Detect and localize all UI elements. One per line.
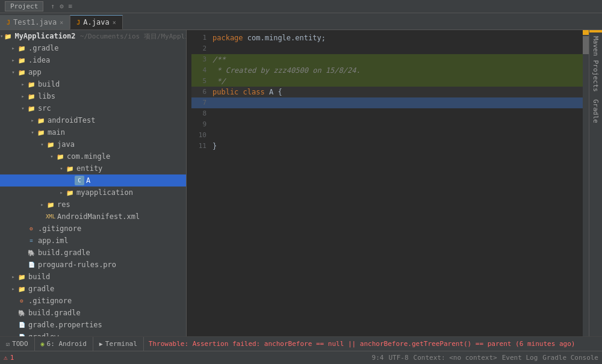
cursor-position: 9:4 <box>372 354 384 362</box>
label-entity: entity <box>76 164 102 173</box>
label-idea: .idea <box>28 56 50 64</box>
tree-item-build-app[interactable]: 📁 build <box>0 78 186 90</box>
line-content-2 <box>213 43 589 54</box>
tree-item-java[interactable]: 📁 java <box>0 138 186 150</box>
tree-item-gitignore-app[interactable]: ⚙ .gitignore <box>0 223 186 235</box>
tree-item-gradle-dir[interactable]: 📁 gradle <box>0 283 186 295</box>
tree-item-libs[interactable]: 📁 libs <box>0 90 186 102</box>
label-libs: libs <box>38 92 55 100</box>
code-line-5: 5 */ <box>191 76 589 87</box>
label-proguard: proguard-rules.pro <box>38 261 116 269</box>
line-content-1: package com.mingle.entity; <box>213 32 589 43</box>
status-right: 9:4 UTF-8 Context: <no context> Event Lo… <box>372 354 598 362</box>
folder-icon-gradle-dir: 📁 <box>17 284 26 294</box>
error-text: Throwable: Assertion failed: anchorBefor… <box>149 340 576 348</box>
tree-item-myapplication[interactable]: 📁 myapplication <box>0 187 186 199</box>
tree-item-idea[interactable]: 📁 .idea <box>0 54 186 66</box>
tree-item-androidmanifest[interactable]: XML AndroidManifest.xml <box>0 211 186 223</box>
tree-item-gitignore-root[interactable]: ⚙ .gitignore <box>0 295 186 307</box>
tab-close-A[interactable]: × <box>113 19 116 26</box>
tree-item-build-gradle-app[interactable]: 🐘 build.gradle <box>0 247 186 259</box>
project-dropdown[interactable]: Project <box>5 1 43 11</box>
line-content-10 <box>213 130 589 141</box>
event-log-button[interactable]: Event Log <box>502 354 538 362</box>
code-line-6: 6 public class A { <box>191 87 589 97</box>
tree-item-src[interactable]: 📁 src <box>0 102 186 114</box>
tree-item-gradle[interactable]: 📁 .gradle <box>0 42 186 54</box>
label-src: src <box>38 104 51 113</box>
line-num-7: 7 <box>191 97 213 108</box>
tree-item-gradle-properties[interactable]: 📄 gradle.properties <box>0 319 186 331</box>
label-gitignore-root: .gitignore <box>28 297 72 305</box>
line-content-3: /** <box>213 54 589 65</box>
folder-icon-java: 📁 <box>46 140 55 149</box>
title-icon-3[interactable]: ≡ <box>69 2 73 10</box>
line-num-1: 1 <box>191 32 213 43</box>
package-icon-myapplication: 📁 <box>65 188 75 197</box>
line-num-11: 11 <box>191 141 213 152</box>
package-icon-com-mingle: 📁 <box>55 152 65 161</box>
folder-icon-res: 📁 <box>46 200 55 209</box>
project-tree: 📁 MyApplication2 ~/Documents/ios 项目/MyAp… <box>0 30 187 336</box>
tree-item-com-mingle[interactable]: 📁 com.mingle <box>0 150 186 162</box>
tree-root[interactable]: 📁 MyApplication2 ~/Documents/ios 项目/MyAp… <box>0 30 186 42</box>
folder-icon-build-root: 📁 <box>17 272 26 282</box>
maven-projects-tab[interactable]: Maven Projects <box>589 32 602 96</box>
label-gitignore-app: .gitignore <box>38 224 81 233</box>
label-app-iml: app.iml <box>38 236 69 245</box>
tree-item-entity[interactable]: 📁 entity <box>0 162 186 174</box>
label-java: java <box>57 140 75 149</box>
folder-icon-libs: 📁 <box>26 91 36 101</box>
tab-A[interactable]: J A.java × <box>70 15 122 29</box>
tab-close-test1[interactable]: × <box>60 19 63 26</box>
line-ending: UTF-8 <box>388 354 408 362</box>
tree-item-app-iml[interactable]: ≡ app.iml <box>0 235 186 247</box>
line-num-6: 6 <box>191 87 213 97</box>
arrow-androidtest <box>29 117 36 123</box>
line-num-9: 9 <box>191 119 213 130</box>
title-icon-2[interactable]: ⚙ <box>60 2 64 10</box>
git-icon-gitignore-app: ⚙ <box>26 224 36 233</box>
package-icon-entity: 📁 <box>65 164 75 173</box>
code-editor[interactable]: 1 package com.mingle.entity; 2 3 /** <box>187 30 589 336</box>
code-line-2: 2 <box>191 43 589 54</box>
label-build-root: build <box>28 273 50 281</box>
line-num-4: 4 <box>191 65 213 76</box>
root-path: ~/Documents/ios 项目/MyApplic... <box>80 32 187 40</box>
gradle-tab[interactable]: Gradle <box>589 96 602 127</box>
tree-item-androidtest[interactable]: 📁 androidTest <box>0 114 186 126</box>
tree-item-build-gradle-root[interactable]: 🐘 build.gradle <box>0 307 186 319</box>
right-side-panels: Maven Projects Gradle <box>589 30 602 336</box>
tree-item-res[interactable]: 📁 res <box>0 199 186 211</box>
tree-item-build-root[interactable]: 📁 build <box>0 271 186 283</box>
tab-test1[interactable]: J Test1.java × <box>0 15 70 29</box>
label-A-class: A <box>86 176 90 185</box>
code-line-8: 8 <box>191 108 589 119</box>
folder-icon-app: 📁 <box>17 67 26 77</box>
code-line-9: 9 <box>191 119 589 130</box>
terminal-tab[interactable]: ▶ Terminal <box>93 337 144 351</box>
line-content-8 <box>213 108 589 119</box>
title-icon-1[interactable]: ↑ <box>51 2 55 10</box>
gradle-console-button[interactable]: Gradle Console <box>542 354 598 362</box>
todo-tab[interactable]: ☑ TODO <box>0 337 35 351</box>
error-count: 1 <box>10 354 14 362</box>
folder-icon-main: 📁 <box>36 128 46 137</box>
file-icon-gradlew: 📄 <box>17 332 26 336</box>
label-build-app: build <box>38 80 60 88</box>
error-count-icon: ⚠ <box>4 354 8 362</box>
android-tab[interactable]: ◉ 6: Android <box>35 337 93 351</box>
arrow-build-app <box>19 81 26 87</box>
line-num-10: 10 <box>191 130 213 141</box>
tree-item-A-class[interactable]: C A <box>0 174 186 187</box>
arrow-libs <box>19 93 26 99</box>
line-content-9 <box>213 119 589 130</box>
code-line-11: 11 } <box>191 141 589 152</box>
code-line-7: 7 <box>191 97 589 108</box>
git-icon-root: ⚙ <box>17 296 26 306</box>
tree-item-proguard[interactable]: 📄 proguard-rules.pro <box>0 259 186 271</box>
editor-scrollbar[interactable] <box>583 30 589 336</box>
tree-item-main[interactable]: 📁 main <box>0 126 186 138</box>
tree-item-app[interactable]: 📁 app <box>0 66 186 78</box>
tree-item-gradlew[interactable]: 📄 gradlew <box>0 331 186 336</box>
